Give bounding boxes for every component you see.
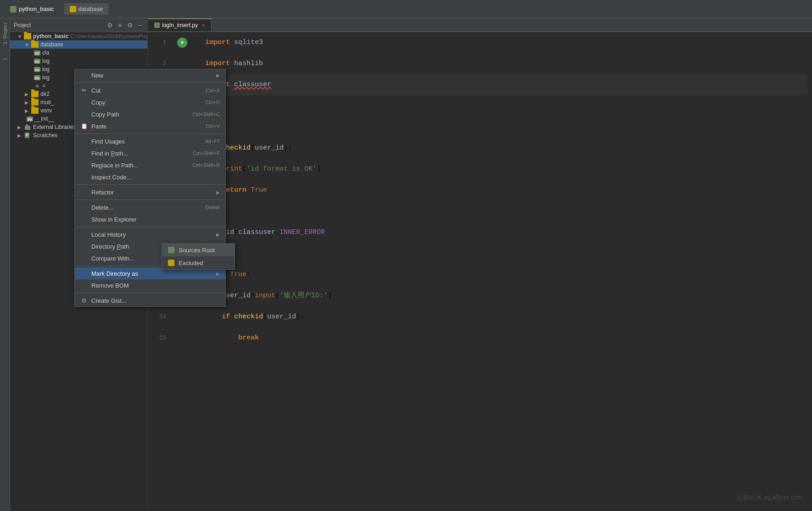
code-line-9 (205, 201, 807, 222)
copy-path-icon (80, 111, 88, 118)
menu-item-directory-path-left: Directory Path (80, 243, 129, 250)
tree-item-cla[interactable]: py cla (10, 49, 147, 57)
refactor-arrow: ▶ (216, 190, 220, 195)
tree-arrow-dir2: ▶ (25, 92, 31, 97)
project-panel: Project ⚙ ≡ ⚙ − ▼ python_basic C:\Users\… (10, 18, 148, 511)
svg-rect-1 (26, 124, 28, 126)
run-button-line1[interactable] (177, 38, 187, 48)
menu-item-directory-path-label: Directory Path (91, 243, 129, 250)
mark-directory-icon (80, 270, 88, 277)
submenu-item-excluded[interactable]: Excluded (162, 256, 235, 269)
new-icon (80, 72, 88, 79)
menu-item-new[interactable]: New ▶ (75, 69, 225, 81)
line-num-14: 14 (148, 306, 166, 328)
editor-tab-login-insert[interactable]: logIn_insert.py × (148, 18, 212, 31)
tree-item-log1[interactable]: py log (10, 57, 147, 65)
tree-label-muti: muti_ (40, 99, 54, 106)
tree-label-scratches: Scratches (33, 132, 57, 139)
code-line-13: user_id=input('输入用户ID:') (205, 285, 807, 306)
menu-item-copy[interactable]: Copy Ctrl+C (75, 96, 225, 108)
code-line-5 (205, 117, 807, 138)
menu-item-copy-path-left: Copy Path (80, 111, 119, 118)
tree-folder-icon-database (31, 41, 39, 48)
tree-file-icon-log1: py (34, 58, 40, 64)
sidebar-strip-label-1[interactable]: 1: Project (2, 21, 8, 46)
editor-tabs: logIn_insert.py × (148, 18, 812, 32)
menu-item-local-history-label: Local History (91, 231, 126, 238)
code-content[interactable]: import sqlite3 import hashlib import cla… (201, 32, 812, 511)
editor-tab-py-icon (154, 22, 160, 28)
separator-3 (75, 184, 225, 185)
menu-item-remove-bom[interactable]: Remove BOM (75, 279, 225, 291)
menu-item-delete-left: Delete... (80, 204, 113, 211)
menu-item-refactor[interactable]: Refactor ▶ (75, 186, 225, 198)
separator-2 (75, 133, 225, 134)
delete-shortcut: Delete (205, 205, 220, 210)
new-arrow: ▶ (216, 73, 220, 78)
menu-item-copy-path[interactable]: Copy Path Ctrl+Shift+C (75, 108, 225, 120)
menu-item-inspect-code-left: Inspect Code... (80, 173, 131, 181)
submenu: Sources Root Excluded (162, 243, 235, 270)
tree-file-icon-init: py (27, 116, 33, 122)
menu-item-compare-with-label: Compare With... (91, 255, 134, 262)
replace-in-path-icon (80, 161, 88, 169)
paste-shortcut: Ctrl+V (206, 123, 220, 129)
local-history-arrow: ▶ (216, 232, 220, 237)
fold-btn-1 (191, 32, 201, 53)
editor-tab-close[interactable]: × (202, 22, 205, 28)
tree-file-icon-log3: py (34, 74, 40, 81)
excluded-icon (168, 259, 175, 267)
collapse-icon[interactable]: ≡ (116, 22, 123, 29)
settings-icon[interactable]: ⚙ (106, 22, 113, 29)
directory-path-icon (80, 243, 88, 250)
tree-arrow-database: ▼ (25, 42, 31, 47)
tree-label-init: __init__ (35, 116, 54, 122)
menu-item-find-in-path[interactable]: Find in Path... Ctrl+Shift+F (75, 147, 225, 159)
menu-item-remove-bom-left: Remove BOM (80, 282, 129, 289)
title-tab-python-basic[interactable]: python_basic (5, 3, 60, 15)
menu-item-find-usages[interactable]: Find Usages Alt+F7 (75, 135, 225, 147)
title-tab-database[interactable]: database (64, 3, 109, 15)
tree-file-icon-other: ≡ (34, 83, 40, 89)
menu-item-find-usages-label: Find Usages (91, 138, 125, 145)
menu-item-local-history[interactable]: Local History ▶ (75, 228, 225, 240)
separator-5 (75, 227, 225, 227)
tree-root-item[interactable]: ▼ python_basic C:\Users\avatus2018\Pycha… (10, 32, 147, 40)
tree-label-log3: log (42, 74, 50, 81)
separator-4 (75, 200, 225, 200)
title-tab-label: python_basic (19, 6, 54, 12)
menu-item-show-explorer[interactable]: Show in Explorer (75, 213, 225, 225)
menu-item-create-gist-label: Create Gist... (91, 297, 127, 304)
menu-item-delete[interactable]: Delete... Delete (75, 201, 225, 213)
line-num-15: 15 (148, 328, 166, 349)
svg-rect-2 (25, 133, 29, 138)
svg-rect-0 (25, 126, 30, 130)
tree-root-path: C:\Users\avatus2018\PycharmProjects\pyth… (70, 33, 147, 39)
menu-item-local-history-left: Local History (80, 231, 126, 238)
sidebar-strip-label-2[interactable]: 1 (2, 56, 7, 63)
project-panel-title: Project (14, 22, 103, 28)
find-in-path-icon (80, 150, 88, 157)
project-panel-header: Project ⚙ ≡ ⚙ − (10, 18, 147, 32)
menu-item-copy-path-label: Copy Path (91, 111, 119, 118)
minimize-icon[interactable]: − (136, 22, 144, 29)
tree-file-icon-log2: py (34, 66, 40, 72)
menu-item-replace-in-path[interactable]: Replace in Path... Ctrl+Shift+R (75, 159, 225, 171)
menu-item-remove-bom-label: Remove BOM (91, 282, 129, 289)
code-line-3: import classuser (205, 74, 807, 95)
menu-item-inspect-code[interactable]: Inspect Code... (75, 171, 225, 183)
delete-icon (80, 204, 88, 211)
gear-icon[interactable]: ⚙ (126, 22, 134, 29)
menu-item-paste[interactable]: 📋 Paste Ctrl+V (75, 120, 225, 132)
title-bar: python_basic database (0, 0, 812, 18)
tree-arrow-external: ▶ (17, 125, 24, 130)
menu-item-create-gist[interactable]: ⊙ Create Gist... (75, 294, 225, 306)
submenu-item-sources-root[interactable]: Sources Root (162, 244, 235, 256)
menu-item-cut[interactable]: ✂ Cut Ctrl+X (75, 84, 225, 96)
code-line-8: return True (205, 180, 807, 201)
tree-folder-icon-dir2 (31, 91, 39, 97)
tree-folder-icon-venv (31, 107, 39, 114)
menu-item-paste-left: 📋 Paste (80, 122, 106, 130)
tree-root-icon (24, 33, 31, 39)
tree-item-database[interactable]: ▼ database (10, 40, 147, 49)
